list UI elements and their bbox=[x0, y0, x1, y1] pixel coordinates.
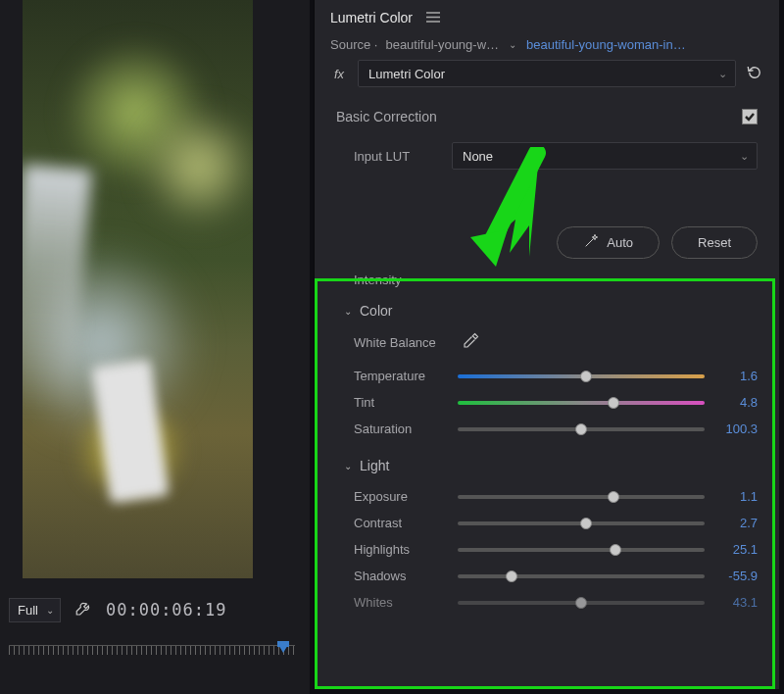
color-subsection: ⌄ Color White Balance Temperature 1.6 Ti… bbox=[315, 291, 779, 446]
saturation-label: Saturation bbox=[354, 421, 448, 436]
contrast-label: Contrast bbox=[354, 516, 448, 530]
shadows-slider[interactable] bbox=[458, 574, 705, 578]
intensity-label: Intensity bbox=[354, 273, 422, 287]
magic-wand-icon bbox=[583, 233, 599, 252]
highlights-label: Highlights bbox=[354, 542, 448, 557]
playhead-icon[interactable] bbox=[277, 643, 289, 653]
shadows-value[interactable]: -55.9 bbox=[714, 569, 758, 583]
highlights-slider[interactable] bbox=[458, 548, 705, 552]
reset-effect-icon[interactable] bbox=[746, 64, 763, 84]
color-section-toggle[interactable]: ⌄ Color bbox=[344, 303, 758, 319]
chevron-down-icon[interactable]: ⌄ bbox=[509, 39, 516, 50]
input-lut-value: None bbox=[463, 149, 493, 164]
timecode-display[interactable]: 00:00:06:19 bbox=[106, 600, 227, 620]
temperature-value[interactable]: 1.6 bbox=[714, 369, 758, 383]
reset-button[interactable]: Reset bbox=[671, 226, 758, 259]
chevron-down-icon: ⌄ bbox=[344, 461, 352, 471]
eyedropper-icon[interactable] bbox=[462, 332, 479, 353]
light-header-label: Light bbox=[360, 458, 389, 473]
effect-dropdown[interactable]: Lumetri Color ⌄ bbox=[358, 60, 736, 87]
clip-link[interactable]: beautiful-young-woman-in… bbox=[526, 37, 686, 52]
source-prefix: Source · bbox=[330, 37, 377, 52]
auto-button[interactable]: Auto bbox=[557, 226, 660, 259]
video-preview[interactable] bbox=[23, 0, 253, 578]
chevron-down-icon: ⌄ bbox=[46, 605, 54, 616]
exposure-slider[interactable] bbox=[458, 495, 705, 499]
white-balance-label: White Balance bbox=[354, 335, 448, 350]
whites-value[interactable]: 43.1 bbox=[714, 595, 758, 610]
resolution-dropdown[interactable]: Full ⌄ bbox=[9, 598, 61, 622]
resolution-label: Full bbox=[18, 603, 38, 618]
light-section-toggle[interactable]: ⌄ Light bbox=[344, 458, 758, 473]
exposure-label: Exposure bbox=[354, 489, 448, 504]
program-monitor-pane: Full ⌄ 00:00:06:19 bbox=[0, 0, 310, 694]
timeline-ruler[interactable] bbox=[9, 645, 295, 665]
tint-slider[interactable] bbox=[458, 401, 705, 405]
whites-slider[interactable] bbox=[458, 601, 705, 605]
saturation-slider[interactable] bbox=[458, 427, 705, 431]
light-subsection: ⌄ Light Exposure 1.1 Contrast 2.7 Highli… bbox=[315, 446, 779, 620]
basic-correction-checkbox[interactable] bbox=[742, 109, 758, 124]
chevron-down-icon: ⌄ bbox=[718, 68, 727, 80]
input-lut-dropdown[interactable]: None ⌄ bbox=[452, 142, 758, 170]
reset-label: Reset bbox=[698, 235, 731, 250]
contrast-value[interactable]: 2.7 bbox=[714, 516, 758, 530]
tint-value[interactable]: 4.8 bbox=[714, 395, 758, 410]
auto-label: Auto bbox=[607, 235, 633, 250]
highlights-value[interactable]: 25.1 bbox=[714, 542, 758, 557]
chevron-down-icon: ⌄ bbox=[740, 150, 749, 163]
saturation-value[interactable]: 100.3 bbox=[714, 421, 758, 436]
panel-menu-icon[interactable] bbox=[426, 10, 440, 25]
settings-wrench-icon[interactable] bbox=[74, 600, 92, 620]
intensity-slider[interactable] bbox=[436, 279, 758, 281]
color-header-label: Color bbox=[360, 303, 392, 319]
whites-label: Whites bbox=[354, 595, 448, 610]
source-name[interactable]: beautiful-young-w… bbox=[385, 37, 499, 52]
exposure-value[interactable]: 1.1 bbox=[714, 489, 758, 504]
fx-badge-icon[interactable]: fx bbox=[330, 67, 348, 81]
shadows-label: Shadows bbox=[354, 569, 448, 583]
temperature-label: Temperature bbox=[354, 369, 448, 383]
input-lut-label: Input LUT bbox=[354, 149, 442, 164]
contrast-slider[interactable] bbox=[458, 521, 705, 525]
temperature-slider[interactable] bbox=[458, 374, 705, 378]
chevron-down-icon: ⌄ bbox=[344, 306, 352, 317]
basic-correction-header[interactable]: Basic Correction bbox=[336, 109, 437, 124]
lumetri-color-panel: Lumetri Color Source · beautiful-young-w… bbox=[314, 0, 779, 689]
source-row: Source · beautiful-young-w… ⌄ beautiful-… bbox=[315, 33, 779, 60]
tint-label: Tint bbox=[354, 395, 448, 410]
effect-name: Lumetri Color bbox=[368, 67, 445, 81]
monitor-bottom-bar: Full ⌄ 00:00:06:19 bbox=[9, 584, 295, 635]
panel-title: Lumetri Color bbox=[330, 10, 413, 25]
